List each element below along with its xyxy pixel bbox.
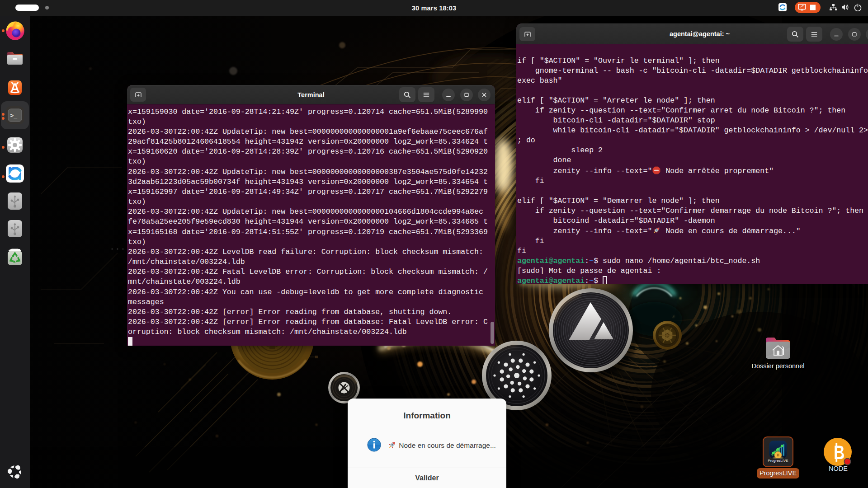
svg-text:B: B [777, 453, 779, 457]
svg-text:>_: >_ [10, 113, 18, 119]
